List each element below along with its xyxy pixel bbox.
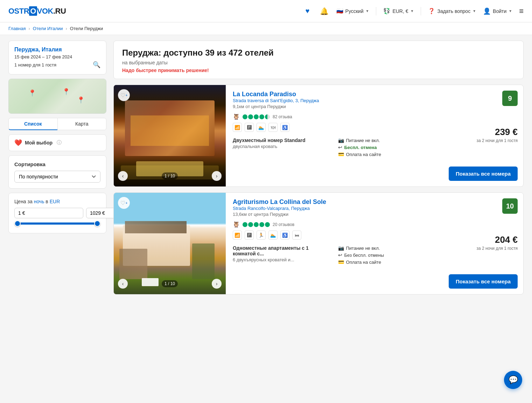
login-button[interactable]: 👤 Войти ▼ [483, 7, 512, 15]
sidebar: Перуджа, Италия 15 фев 2024 – 17 фев 202… [8, 41, 106, 300]
breadcrumb-home[interactable]: Главная [8, 26, 26, 31]
breadcrumb: Главная › Отели Италии › Отели Перуджи [0, 22, 532, 35]
hotel-2-room-name: Одноместные апартаменты с 1 комнатой с..… [233, 245, 331, 256]
sort-select[interactable]: По популярности По цене По рейтингу По р… [14, 171, 100, 183]
sort-box: Сортировка По популярности По цене По ре… [8, 155, 106, 189]
heart-icon: ❤️ [14, 139, 22, 147]
amenity2-extra: 🛏 [292, 231, 301, 240]
hotel-1-show-rooms-button[interactable]: Показать все номера [449, 167, 518, 181]
hotel-1-room-section: Двухместный номер Standard двуспальная к… [233, 137, 436, 181]
header-divider-1 [376, 7, 376, 15]
hotel-1-policies: 📷 Питание не вкл. ↩ Беспл. отмена 💳 Опла… [338, 137, 436, 181]
hotel-2-distance: 13,6км от центра Перуджи [233, 212, 436, 217]
hotel-2-price-note: за 2 ночи для 1 гостя [477, 246, 518, 251]
amenity2-parking: 🅿 [245, 231, 254, 240]
hotel-2-score-badge: 10 [502, 198, 518, 214]
my-choice-info-icon[interactable]: ⓘ [57, 140, 62, 146]
price-inputs [14, 208, 100, 218]
sort-label: Сортировка [14, 161, 100, 167]
results-header: Перуджа: доступно 39 из 472 отелей на вы… [113, 41, 524, 79]
hotel-1-top-row: La Locanda Paradiso Strada traversa di S… [233, 91, 436, 109]
dot2-4 [259, 222, 264, 227]
hotel-2-name[interactable]: Agriturismo La Collina del Sole [233, 198, 326, 205]
price-slider-thumb-right[interactable] [94, 220, 100, 227]
help-button[interactable]: ❓ Задать вопрос ▼ [428, 8, 476, 14]
hotel-1-next-button[interactable]: › [212, 171, 222, 181]
wishlist-button[interactable]: ♥ [303, 6, 313, 16]
breadcrumb-italy[interactable]: Отели Италии [33, 26, 63, 31]
hotel-1-payment-label: Оплата на сайте [346, 152, 381, 157]
tab-list[interactable]: Список [8, 118, 57, 130]
amenity-accessible: ♿ [280, 123, 289, 132]
language-selector[interactable]: 🇷🇺 Русский ▼ [336, 8, 369, 14]
price-filter-label: Цена за ночь в EUR [14, 199, 100, 204]
hotel-1-name-block: La Locanda Paradiso Strada traversa di S… [233, 91, 436, 109]
hotel-1-distance: 9,1км от центра Перуджи [233, 104, 436, 109]
hotel-2-price-section: 10 204 € за 2 ночи для 1 гостя Показать … [443, 193, 523, 294]
hotel-2-top-row: Agriturismo La Collina del Sole Strada R… [233, 198, 436, 217]
hotel-1-image-counter: 1 / 10 [162, 172, 178, 179]
dot-5 [265, 114, 270, 119]
hotel-1-room-name: Двухместный номер Standard [233, 137, 331, 143]
menu-button[interactable]: ≡ [519, 7, 524, 16]
price-currency-link[interactable]: EUR [50, 199, 60, 204]
hotel-1-image-nav: ‹ 1 / 10 › [114, 171, 226, 181]
notifications-button[interactable]: 🔔 [320, 6, 329, 16]
hotel-2-address: Strada Rancolfo-Valcaprara, Перуджа [233, 206, 436, 211]
hotel-1-image-wrap: ♡ + ‹ 1 / 10 › [114, 85, 226, 186]
hotel-1-amenities: 📶 🅿 🏊 🍽 ♿ [233, 123, 436, 132]
language-label: Русский [345, 8, 364, 14]
currency-selector[interactable]: 💱 EUR, € ▼ [383, 8, 414, 14]
hotel-2-food-label: Питание не вкл. [346, 246, 380, 251]
hotel-2-rating-row: 🦉 20 отзывов [233, 221, 436, 228]
header: OSTROVOK.RU ♥ 🔔 🇷🇺 Русский ▼ 💱 EUR, € ▼ … [0, 0, 532, 22]
amenity-restaurant: 🍽 [268, 123, 278, 132]
price-slider[interactable] [14, 222, 100, 225]
header-divider-2 [421, 7, 421, 15]
hotel-2-prev-button[interactable]: ‹ [118, 279, 128, 289]
logo[interactable]: OSTROVOK.RU [8, 7, 66, 16]
dot2-1 [243, 222, 247, 227]
amenity-wifi: 📶 [233, 123, 242, 132]
hotel-1-wishlist-button[interactable]: ♡ + [118, 89, 130, 101]
hotel-1-policy-payment: 💳 Оплата на сайте [338, 151, 436, 157]
hotel-2-policy-food: 📷 Питание не вкл. [338, 245, 436, 251]
hotel-2-show-rooms-button[interactable]: Показать все номера [449, 274, 518, 289]
search-box: Перуджа, Италия 15 фев 2024 – 17 фев 202… [8, 41, 106, 75]
hotel-2-amenities: 📶 🅿 🏃 🏊 ♿ 🛏 [233, 231, 436, 240]
hotel-1-food-label: Питание не вкл. [346, 138, 380, 143]
breadcrumb-sep-1: › [28, 26, 30, 31]
hotel-2-policy-payment: 💳 Оплата на сайте [338, 259, 436, 265]
hotel-2-cancel-label: Без беспл. отмены [344, 253, 384, 258]
payment-icon-2: 💳 [338, 259, 344, 265]
wishlist-plus-icon: + [126, 93, 128, 97]
hotel-1-name[interactable]: La Locanda Paradiso [233, 91, 296, 98]
dot2-2 [248, 222, 253, 227]
search-icon[interactable]: 🔍 [93, 61, 100, 69]
price-slider-thumb-left[interactable] [14, 220, 21, 227]
hotel-2-next-button[interactable]: › [212, 279, 222, 289]
wishlist-heart-icon: ♡ [120, 92, 125, 99]
map-pin-3: 📍 [77, 96, 85, 104]
language-flag: 🇷🇺 [336, 8, 343, 14]
food-icon: 📷 [338, 137, 344, 143]
hotel-1-rating-row: 🦉 82 отзыва [233, 113, 436, 120]
map-pin-2: 📍 [62, 88, 70, 96]
hotel-1-prev-button[interactable]: ‹ [118, 171, 128, 181]
hotel-2-room-type: Одноместные апартаменты с 1 комнатой с..… [233, 245, 331, 289]
map-preview[interactable]: 📍 📍 📍 [8, 79, 106, 114]
hotel-2-wishlist-button[interactable]: ♡ + [118, 197, 130, 209]
hotel-1-price: 239 € [477, 127, 518, 137]
hotel-card-1: ♡ + ‹ 1 / 10 › La Locanda Paradiso Strad… [113, 85, 524, 187]
tab-map[interactable]: Карта [57, 118, 107, 130]
price-min-input[interactable] [14, 208, 83, 218]
amenity2-accessible: ♿ [280, 231, 289, 240]
hotel-1-cancel-label: Беспл. отмена [344, 145, 377, 150]
dot2-3 [254, 222, 259, 227]
help-icon: ❓ [428, 8, 435, 14]
hotel-card-2: ♡ + ‹ 1 / 10 › Agriturismo La Collina de… [113, 192, 524, 295]
content-area: Перуджа: доступно 39 из 472 отелей на вы… [113, 41, 524, 300]
hotel-2-reviews-count: 20 отзывов [273, 222, 294, 227]
price-night-link[interactable]: ночь [34, 199, 44, 204]
dot2-5 [265, 222, 270, 227]
